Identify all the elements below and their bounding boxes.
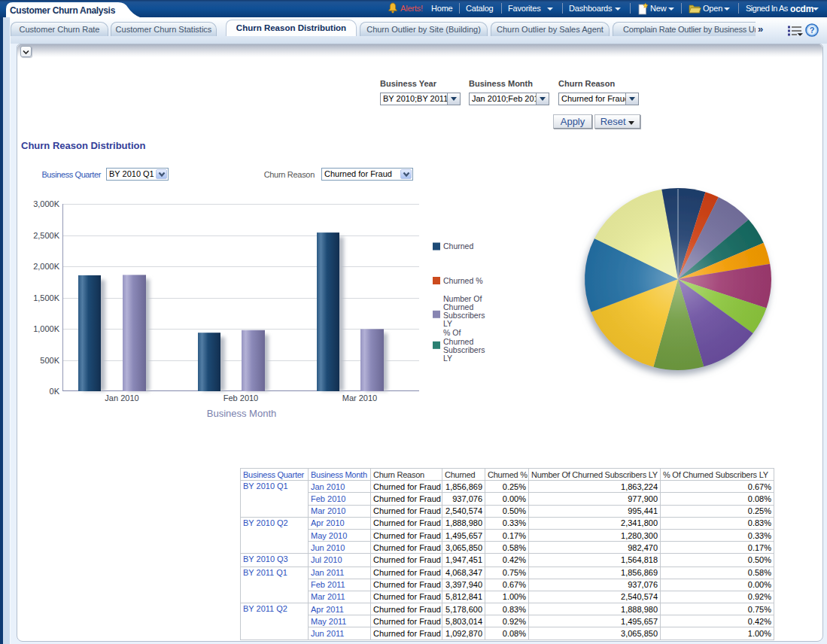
svg-text:Churned: Churned [443, 242, 473, 251]
svg-text:Subscribers: Subscribers [443, 345, 485, 354]
svg-text:3,000K: 3,000K [33, 199, 60, 208]
svg-text:0K: 0K [50, 387, 60, 396]
svg-text:Churned: Churned [443, 337, 473, 346]
svg-text:1,500K: 1,500K [33, 293, 60, 302]
svg-text:% Of: % Of [443, 328, 461, 337]
svg-text:Mar 2010: Mar 2010 [342, 393, 377, 402]
svg-text:2,000K: 2,000K [33, 262, 60, 271]
svg-text:Business Month: Business Month [207, 408, 277, 419]
svg-text:Churned %: Churned % [443, 276, 483, 285]
svg-text:Churned: Churned [443, 302, 473, 311]
svg-text:Subscribers: Subscribers [443, 311, 485, 320]
svg-text:Jan 2010: Jan 2010 [105, 393, 138, 402]
svg-text:Number Of: Number Of [443, 294, 482, 303]
svg-text:1,000K: 1,000K [33, 324, 60, 333]
svg-text:2,500K: 2,500K [33, 231, 60, 240]
svg-text:500K: 500K [40, 356, 59, 365]
svg-text:LY: LY [443, 319, 452, 328]
svg-text:Feb 2010: Feb 2010 [223, 393, 258, 402]
svg-text:LY: LY [443, 354, 452, 363]
